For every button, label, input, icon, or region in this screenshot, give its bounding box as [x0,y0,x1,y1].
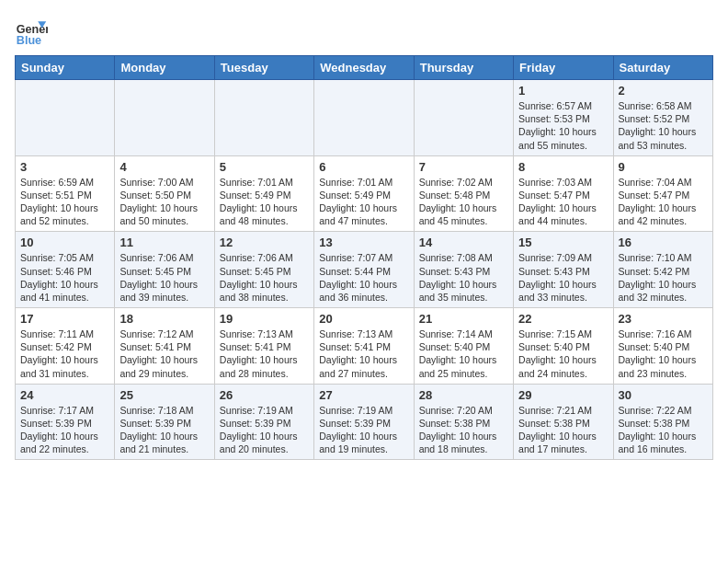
calendar-cell: 23Sunrise: 7:16 AM Sunset: 5:40 PM Dayli… [613,308,712,385]
day-info: Sunrise: 7:01 AM Sunset: 5:49 PM Dayligh… [220,176,309,228]
calendar-cell: 30Sunrise: 7:22 AM Sunset: 5:38 PM Dayli… [613,384,712,460]
calendar-cell: 8Sunrise: 7:03 AM Sunset: 5:47 PM Daylig… [514,155,613,232]
day-number: 26 [220,388,309,402]
day-number: 25 [119,388,209,402]
calendar-cell: 12Sunrise: 7:06 AM Sunset: 5:45 PM Dayli… [214,232,313,308]
day-number: 24 [20,388,109,402]
day-number: 27 [319,388,408,402]
calendar-cell: 27Sunrise: 7:19 AM Sunset: 5:39 PM Dayli… [314,384,414,460]
day-info: Sunrise: 7:18 AM Sunset: 5:39 PM Dayligh… [119,404,209,456]
day-number: 9 [619,160,708,174]
col-header-sunday: Sunday [16,56,115,80]
day-number: 16 [619,236,708,249]
calendar-cell: 18Sunrise: 7:12 AM Sunset: 5:41 PM Dayli… [115,308,214,385]
calendar-cell: 4Sunrise: 7:00 AM Sunset: 5:50 PM Daylig… [115,155,214,232]
day-number: 18 [119,312,209,326]
day-number: 15 [518,236,608,249]
day-info: Sunrise: 7:15 AM Sunset: 5:40 PM Dayligh… [518,327,608,380]
day-number: 2 [619,84,708,98]
day-number: 17 [20,312,109,326]
day-info: Sunrise: 7:02 AM Sunset: 5:48 PM Dayligh… [419,176,508,228]
calendar-cell: 26Sunrise: 7:19 AM Sunset: 5:39 PM Dayli… [214,384,313,460]
calendar-cell: 25Sunrise: 7:18 AM Sunset: 5:39 PM Dayli… [115,384,214,460]
calendar-cell: 1Sunrise: 6:57 AM Sunset: 5:53 PM Daylig… [514,80,613,156]
calendar-cell: 21Sunrise: 7:14 AM Sunset: 5:40 PM Dayli… [414,308,513,385]
day-info: Sunrise: 7:11 AM Sunset: 5:42 PM Dayligh… [20,327,109,380]
day-info: Sunrise: 7:16 AM Sunset: 5:40 PM Dayligh… [619,327,708,380]
day-number: 12 [220,236,309,249]
calendar-cell: 11Sunrise: 7:06 AM Sunset: 5:45 PM Dayli… [115,232,214,308]
day-info: Sunrise: 7:00 AM Sunset: 5:50 PM Dayligh… [119,176,209,228]
day-info: Sunrise: 7:05 AM Sunset: 5:46 PM Dayligh… [20,251,109,304]
day-number: 20 [319,312,408,326]
day-info: Sunrise: 7:13 AM Sunset: 5:41 PM Dayligh… [319,327,408,380]
calendar-cell: 6Sunrise: 7:01 AM Sunset: 5:49 PM Daylig… [314,155,414,232]
day-number: 14 [419,236,508,249]
day-number: 21 [419,312,508,326]
day-number: 5 [220,160,309,174]
day-number: 29 [518,388,608,402]
day-info: Sunrise: 7:07 AM Sunset: 5:44 PM Dayligh… [319,251,408,304]
calendar-cell: 16Sunrise: 7:10 AM Sunset: 5:42 PM Dayli… [613,232,712,308]
page-header: General Blue [15,15,713,48]
day-number: 10 [20,236,109,249]
calendar-cell: 15Sunrise: 7:09 AM Sunset: 5:43 PM Dayli… [514,232,613,308]
day-info: Sunrise: 7:04 AM Sunset: 5:47 PM Dayligh… [619,176,708,228]
calendar-cell: 22Sunrise: 7:15 AM Sunset: 5:40 PM Dayli… [514,308,613,385]
day-info: Sunrise: 6:59 AM Sunset: 5:51 PM Dayligh… [20,176,109,228]
col-header-monday: Monday [115,56,214,80]
col-header-saturday: Saturday [613,56,712,80]
logo: General Blue [15,15,51,48]
calendar-cell: 5Sunrise: 7:01 AM Sunset: 5:49 PM Daylig… [214,155,313,232]
svg-text:Blue: Blue [17,34,41,47]
calendar-cell: 7Sunrise: 7:02 AM Sunset: 5:48 PM Daylig… [414,155,513,232]
day-info: Sunrise: 7:19 AM Sunset: 5:39 PM Dayligh… [220,404,309,456]
calendar-cell: 3Sunrise: 6:59 AM Sunset: 5:51 PM Daylig… [16,155,115,232]
day-info: Sunrise: 7:14 AM Sunset: 5:40 PM Dayligh… [419,327,508,380]
day-info: Sunrise: 6:58 AM Sunset: 5:52 PM Dayligh… [619,99,708,152]
day-info: Sunrise: 7:22 AM Sunset: 5:38 PM Dayligh… [619,404,708,456]
day-number: 28 [419,388,508,402]
calendar-cell: 24Sunrise: 7:17 AM Sunset: 5:39 PM Dayli… [16,384,115,460]
calendar-cell: 10Sunrise: 7:05 AM Sunset: 5:46 PM Dayli… [16,232,115,308]
day-info: Sunrise: 7:06 AM Sunset: 5:45 PM Dayligh… [119,251,209,304]
day-info: Sunrise: 7:10 AM Sunset: 5:42 PM Dayligh… [619,251,708,304]
day-info: Sunrise: 7:20 AM Sunset: 5:38 PM Dayligh… [419,404,508,456]
day-number: 6 [319,160,408,174]
day-info: Sunrise: 6:57 AM Sunset: 5:53 PM Dayligh… [518,99,608,152]
day-number: 23 [619,312,708,326]
day-info: Sunrise: 7:12 AM Sunset: 5:41 PM Dayligh… [119,327,209,380]
day-number: 22 [518,312,608,326]
calendar-cell [115,80,214,156]
day-info: Sunrise: 7:06 AM Sunset: 5:45 PM Dayligh… [220,251,309,304]
day-number: 19 [220,312,309,326]
calendar-cell [214,80,313,156]
day-number: 1 [518,84,608,98]
day-info: Sunrise: 7:03 AM Sunset: 5:47 PM Dayligh… [518,176,608,228]
day-number: 4 [119,160,209,174]
col-header-tuesday: Tuesday [214,56,313,80]
calendar-table: SundayMondayTuesdayWednesdayThursdayFrid… [15,55,713,460]
day-info: Sunrise: 7:17 AM Sunset: 5:39 PM Dayligh… [20,404,109,456]
calendar-cell: 20Sunrise: 7:13 AM Sunset: 5:41 PM Dayli… [314,308,414,385]
day-number: 30 [619,388,708,402]
calendar-cell: 2Sunrise: 6:58 AM Sunset: 5:52 PM Daylig… [613,80,712,156]
day-info: Sunrise: 7:19 AM Sunset: 5:39 PM Dayligh… [319,404,408,456]
day-info: Sunrise: 7:08 AM Sunset: 5:43 PM Dayligh… [419,251,508,304]
calendar-cell: 14Sunrise: 7:08 AM Sunset: 5:43 PM Dayli… [414,232,513,308]
day-info: Sunrise: 7:21 AM Sunset: 5:38 PM Dayligh… [518,404,608,456]
col-header-wednesday: Wednesday [314,56,414,80]
day-number: 8 [518,160,608,174]
calendar-cell: 19Sunrise: 7:13 AM Sunset: 5:41 PM Dayli… [214,308,313,385]
day-number: 7 [419,160,508,174]
calendar-cell [414,80,513,156]
calendar-cell: 29Sunrise: 7:21 AM Sunset: 5:38 PM Dayli… [514,384,613,460]
day-number: 11 [119,236,209,249]
day-info: Sunrise: 7:13 AM Sunset: 5:41 PM Dayligh… [220,327,309,380]
day-number: 13 [319,236,408,249]
day-number: 3 [20,160,109,174]
calendar-cell: 28Sunrise: 7:20 AM Sunset: 5:38 PM Dayli… [414,384,513,460]
col-header-thursday: Thursday [414,56,513,80]
calendar-cell [314,80,414,156]
calendar-cell: 17Sunrise: 7:11 AM Sunset: 5:42 PM Dayli… [16,308,115,385]
